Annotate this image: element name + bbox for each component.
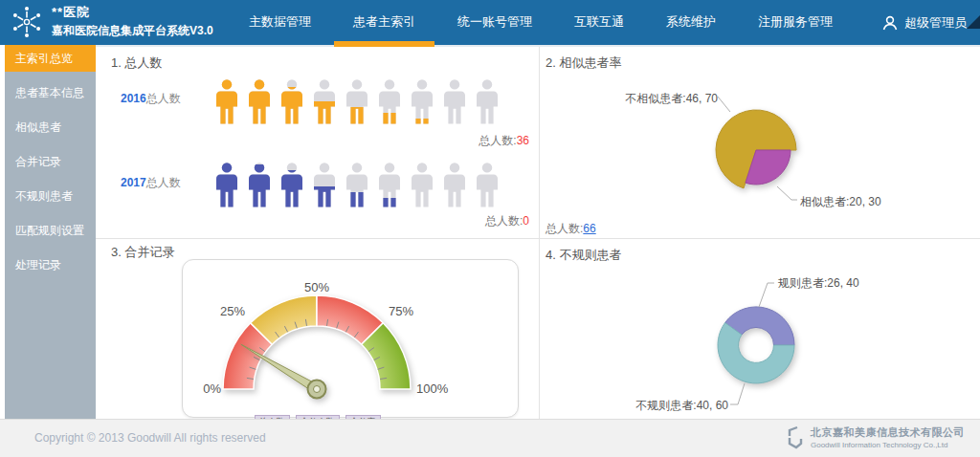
- panel-merge-records: 3. 合并记录 0%25%50%75%100% 总人数合并人数合并率: [96, 239, 539, 421]
- person-icon: [440, 163, 469, 207]
- donut-label-irregular: 不规则患者:40, 60: [635, 398, 728, 414]
- person-icon: [408, 79, 436, 124]
- pie-label-dissimilar: 不相似患者:46, 70: [625, 91, 718, 107]
- user-name: 超级管理员: [904, 14, 967, 32]
- app-header: **医院 嘉和医院信息集成平台系统V3.0 主数据管理患者主索引统一账号管理互联…: [0, 0, 980, 45]
- pie-chart: [540, 47, 980, 238]
- row-year: 2016: [121, 92, 146, 105]
- sidebar-item-4[interactable]: 合并记录: [5, 148, 96, 175]
- sidebar-item-5[interactable]: 不规则患者: [5, 183, 96, 209]
- panel-merge-title: 3. 合并记录: [111, 244, 174, 261]
- nav-item-2[interactable]: 患者主索引: [332, 0, 436, 45]
- person-icon: [375, 79, 404, 124]
- person-icon: [245, 163, 274, 207]
- person-icon: [278, 79, 306, 124]
- svg-text:50%: 50%: [304, 280, 329, 294]
- user-icon: [881, 14, 899, 32]
- person-icon: [343, 163, 371, 207]
- company-name-cn: 北京嘉和美康信息技术有限公司: [811, 425, 965, 440]
- row-total-label: 总人数:: [485, 214, 523, 228]
- person-icon: [310, 163, 339, 207]
- pie-label-similar: 相似患者:20, 30: [800, 194, 881, 210]
- person-icon: [278, 163, 306, 207]
- panel-total-count: 1. 总人数 2016总人数总人数:362017总人数总人数:0: [96, 47, 539, 238]
- row-label: 总人数: [146, 176, 181, 189]
- panel-total-title: 1. 总人数: [111, 54, 162, 72]
- system-name: 嘉和医院信息集成平台系统V3.0: [52, 23, 213, 39]
- svg-text:100%: 100%: [416, 381, 449, 396]
- pictograph-row-label-2016: 2016总人数: [121, 91, 181, 107]
- person-icon: [310, 79, 339, 124]
- person-icon: [440, 79, 469, 124]
- nav-item-5[interactable]: 系统维护: [645, 0, 737, 45]
- person-icon: [212, 163, 241, 207]
- app-logo: **医院 嘉和医院信息集成平台系统V3.0: [10, 4, 213, 39]
- person-icon: [408, 163, 436, 207]
- svg-text:75%: 75%: [389, 304, 413, 318]
- panel-irregular-title: 4. 不规则患者: [546, 247, 621, 264]
- sidebar-item-2[interactable]: 患者基本信息: [5, 79, 96, 106]
- similar-total-link[interactable]: 66: [583, 222, 595, 235]
- person-icon: [245, 79, 274, 124]
- app-footer: Copyright © 2013 Goodwill All rights res…: [0, 419, 980, 457]
- hospital-name: **医院: [52, 4, 213, 21]
- person-icon: [212, 79, 241, 124]
- sidebar-item-1[interactable]: 主索引总览: [5, 45, 96, 72]
- panel-similar-title: 2. 相似患者率: [546, 54, 621, 72]
- nav-item-6[interactable]: 注册服务管理: [737, 0, 854, 45]
- user-menu[interactable]: 超级管理员: [881, 0, 967, 45]
- panel-similar-rate: 2. 相似患者率 不相似患者:46, 70 相似患者:20, 30 总人数:66: [540, 47, 980, 238]
- nav-item-4[interactable]: 互联互通: [553, 0, 645, 45]
- pictograph-row-label-2017: 2017总人数: [121, 175, 181, 191]
- row-total-value: 36: [517, 134, 529, 147]
- main-content: 1. 总人数 2016总人数总人数:362017总人数总人数:0 2. 相似患者…: [96, 45, 980, 419]
- similar-total: 总人数:66: [546, 221, 596, 237]
- row-year: 2017: [121, 176, 146, 189]
- svg-text:0%: 0%: [203, 381, 221, 396]
- gauge-chart: 0%25%50%75%100%: [183, 260, 516, 415]
- row-total-value: 0: [523, 214, 529, 228]
- nav-item-1[interactable]: 主数据管理: [228, 0, 332, 45]
- person-icon: [473, 163, 501, 207]
- similar-total-label: 总人数:: [546, 222, 583, 235]
- sidebar-item-3[interactable]: 相似患者: [5, 114, 96, 141]
- person-icon: [473, 79, 501, 124]
- copyright-text: Copyright © 2013 Goodwill All rights res…: [34, 431, 266, 445]
- svg-text:25%: 25%: [220, 304, 245, 318]
- row-label: 总人数: [146, 92, 181, 105]
- pictograph-icons-2017: [212, 163, 501, 207]
- person-icon: [375, 163, 404, 207]
- person-icon: [343, 79, 371, 124]
- collapse-corner-icon[interactable]: [967, 15, 980, 29]
- sidebar: 主索引总览患者基本信息相似患者合并记录不规则患者匹配规则设置处理记录: [5, 45, 96, 419]
- company-name-en: Goodwill Information Technology Co.,Ltd: [811, 441, 965, 449]
- donut-label-regular: 规则患者:26, 40: [778, 275, 859, 292]
- donut-chart: [540, 239, 980, 421]
- page: **医院 嘉和医院信息集成平台系统V3.0 主数据管理患者主索引统一账号管理互联…: [0, 0, 980, 457]
- panel-irregular-patients: 4. 不规则患者 规则患者:26, 40 不规则患者:40, 60: [540, 239, 980, 421]
- snowflake-logo-icon: [10, 5, 44, 39]
- sidebar-list: 主索引总览患者基本信息相似患者合并记录不规则患者匹配规则设置处理记录: [5, 45, 96, 278]
- company-logo: 北京嘉和美康信息技术有限公司 Goodwill Information Tech…: [784, 424, 965, 449]
- pictograph-icons-2016: [212, 79, 501, 124]
- pictograph-total-2017: 总人数:0: [485, 213, 529, 229]
- main-nav: 主数据管理患者主索引统一账号管理互联互通系统维护注册服务管理: [228, 0, 854, 45]
- nav-item-3[interactable]: 统一账号管理: [436, 0, 553, 45]
- pictograph-total-2016: 总人数:36: [479, 133, 529, 149]
- goodwill-logo-icon: [784, 424, 805, 449]
- sidebar-item-7[interactable]: 处理记录: [5, 251, 96, 278]
- row-total-label: 总人数:: [479, 134, 516, 147]
- gauge-card: 0%25%50%75%100%: [182, 259, 519, 418]
- sidebar-item-6[interactable]: 匹配规则设置: [5, 217, 96, 244]
